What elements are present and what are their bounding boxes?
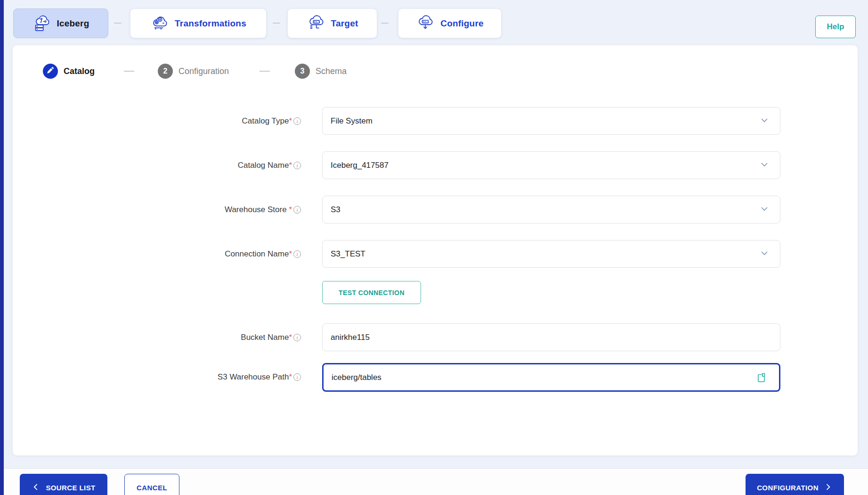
step-schema-circle[interactable]: 3 xyxy=(295,64,310,79)
cloud-database-icon xyxy=(307,13,325,34)
connection-name-label: Connection Name*i xyxy=(88,240,301,268)
source-list-button[interactable]: SOURCE LIST xyxy=(20,474,107,495)
tab-label: Target xyxy=(331,18,358,29)
s3-warehouse-path-input[interactable] xyxy=(324,373,688,382)
info-icon[interactable]: i xyxy=(293,373,301,381)
copy-icon[interactable] xyxy=(755,371,768,384)
cloud-circuit-server-icon xyxy=(32,13,51,34)
left-accent-stripe xyxy=(0,0,4,495)
catalog-form-card: Catalog 2 Configuration 3 Schema Catalog… xyxy=(12,45,858,456)
info-icon[interactable]: i xyxy=(293,162,301,169)
s3-warehouse-path-label: S3 Warehouse Path*i xyxy=(88,363,301,391)
info-icon[interactable]: i xyxy=(293,250,301,258)
iceberg-catalog-setup-page: Iceberg Transformations Target xyxy=(0,0,868,495)
chevron-down-icon xyxy=(759,159,770,172)
bucket-name-field xyxy=(322,323,780,351)
help-button[interactable]: Help xyxy=(815,16,856,38)
tab-connector xyxy=(381,23,389,24)
connection-name-select[interactable]: S3_TEST xyxy=(322,240,780,268)
step-schema-label: Schema xyxy=(316,64,347,79)
tab-label: Iceberg xyxy=(57,18,89,29)
warehouse-store-select[interactable]: S3 xyxy=(322,196,780,223)
step-configuration-label: Configuration xyxy=(178,64,229,79)
warehouse-store-label: Warehouse Store *i xyxy=(88,196,301,223)
tab-connector xyxy=(114,23,122,24)
chevron-down-icon xyxy=(759,204,770,216)
info-icon[interactable]: i xyxy=(293,206,301,214)
info-icon[interactable]: i xyxy=(293,334,301,341)
chevron-right-icon xyxy=(823,482,833,493)
info-icon[interactable]: i xyxy=(293,117,301,125)
step-connector xyxy=(124,71,134,72)
tab-label: Configure xyxy=(440,18,484,29)
cancel-button[interactable]: CANCEL xyxy=(124,474,179,495)
configuration-button[interactable]: CONFIGURATION xyxy=(746,474,844,495)
step-connector xyxy=(260,71,270,72)
bucket-name-input[interactable] xyxy=(323,333,689,342)
pencil-icon xyxy=(46,66,55,76)
catalog-name-label: Catalog Name*i xyxy=(88,151,301,179)
tab-label: Transformations xyxy=(175,18,246,29)
tab-target[interactable]: Target xyxy=(287,8,377,38)
tab-transformations[interactable]: Transformations xyxy=(130,8,267,38)
tab-connector xyxy=(273,23,280,24)
chevron-left-icon xyxy=(32,482,41,493)
catalog-name-select[interactable]: Iceberg_417587 xyxy=(322,151,780,179)
chevron-down-icon xyxy=(759,248,770,260)
test-connection-button[interactable]: TEST CONNECTION xyxy=(322,281,421,304)
step-catalog-circle[interactable] xyxy=(43,64,58,79)
step-catalog-label: Catalog xyxy=(64,64,95,79)
cloud-download-icon xyxy=(416,13,435,34)
tab-iceberg[interactable]: Iceberg xyxy=(13,8,108,38)
catalog-type-select[interactable]: File System xyxy=(322,107,780,135)
chevron-down-icon xyxy=(759,115,770,127)
catalog-type-label: Catalog Type*i xyxy=(88,107,301,135)
tab-configure[interactable]: Configure xyxy=(398,8,502,38)
bucket-name-label: Bucket Name*i xyxy=(88,323,301,351)
s3-warehouse-path-field xyxy=(322,363,780,392)
footer-bar: SOURCE LIST CANCEL CONFIGURATION xyxy=(0,468,868,495)
cloud-gears-icon xyxy=(150,13,169,34)
step-configuration-circle[interactable]: 2 xyxy=(158,64,173,79)
